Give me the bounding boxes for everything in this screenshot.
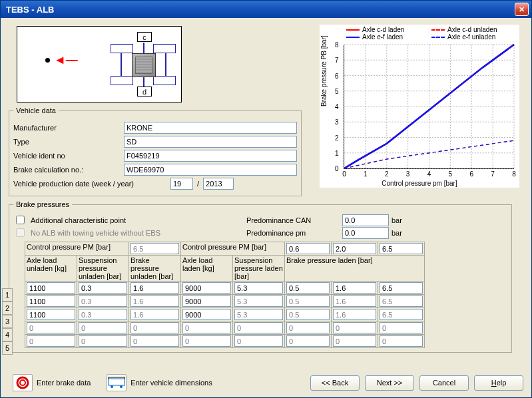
bp-cell-bu xyxy=(131,309,179,320)
th-bp-unladen: Brake pressure unladen [bar] xyxy=(129,256,181,282)
bp-cell-b3 xyxy=(380,322,423,333)
brake-pressures-group: Brake pressures Additional characteristi… xyxy=(9,200,512,353)
no-alb-label: No ALB with towing vehicle without EBS xyxy=(31,229,160,237)
bp-cell-b2 xyxy=(333,296,376,307)
svg-point-18 xyxy=(17,377,28,388)
ident-label: Vehicle ident no xyxy=(13,152,120,160)
vehicle-data-group: Vehicle data Manufacturer Type Vehicle i… xyxy=(9,106,302,196)
th-axle-unladen: Axle load unladen [kg] xyxy=(25,256,77,282)
bp-cell-sl xyxy=(234,335,283,347)
legend-ef-laden: Axle e-f laden xyxy=(362,33,403,41)
bp-cell-su xyxy=(79,335,127,347)
bp-cell-b1 xyxy=(286,309,330,320)
chart-series-icon xyxy=(344,45,514,168)
th-axle-laden: Axle load laden [kg] xyxy=(181,256,233,282)
chart-x-axis-label: Control pressure pm [bar] xyxy=(320,180,519,187)
enter-brake-data-button[interactable]: Enter brake data xyxy=(9,373,95,392)
bp-cell-au[interactable] xyxy=(27,309,75,320)
axle-box-icon xyxy=(153,44,176,53)
bp-cell-sl xyxy=(234,322,283,333)
brake-pressure-table: Control pressure PM [bar] Control pressu… xyxy=(25,242,425,348)
pred-pm-input[interactable] xyxy=(342,227,389,239)
bp-cell-b3[interactable] xyxy=(380,282,423,294)
bp-cell-al xyxy=(182,335,231,347)
legend-cd-laden: Axle c-d laden xyxy=(362,26,404,33)
type-input[interactable] xyxy=(124,136,297,148)
bp-cell-su xyxy=(79,309,127,320)
svg-point-21 xyxy=(111,385,113,388)
calc-label: Brake calculation no.: xyxy=(13,166,120,174)
bp-cell-bu xyxy=(131,322,179,333)
prod-date-label: Vehicle production date (week / year) xyxy=(13,180,166,188)
cancel-button[interactable]: Cancel xyxy=(419,375,469,391)
row-number: 3 xyxy=(2,315,13,328)
cp-left-input xyxy=(131,243,179,254)
pred-pm-unit: bar xyxy=(392,229,402,237)
bp-cell-al[interactable] xyxy=(182,282,231,294)
ident-input[interactable] xyxy=(124,150,297,162)
direction-arrow-icon: ◄— xyxy=(54,53,78,67)
bp-cell-b2[interactable] xyxy=(333,282,376,294)
bp-cell-bu[interactable] xyxy=(131,282,179,294)
wire-icon xyxy=(143,43,144,53)
calc-input[interactable] xyxy=(124,164,297,176)
cp-right-input-2[interactable] xyxy=(380,243,423,254)
bp-cell-au xyxy=(27,335,75,347)
back-button[interactable]: << Back xyxy=(310,375,360,391)
bp-cell-su[interactable] xyxy=(79,282,127,294)
ecu-icon xyxy=(132,53,156,77)
prod-year-input[interactable] xyxy=(203,178,234,190)
th-susp-unladen: Suspension pressure unladen [bar] xyxy=(77,256,129,282)
enter-dimensions-button[interactable]: Enter vehicle dimensions xyxy=(103,373,216,392)
bp-cell-au[interactable] xyxy=(27,282,75,294)
bp-cell-al[interactable] xyxy=(182,309,231,320)
bp-cell-b2 xyxy=(333,335,376,347)
table-row xyxy=(25,335,425,348)
th-bp-laden: Brake pressure laden [bar] xyxy=(285,256,425,282)
type-label: Type xyxy=(13,138,120,146)
axle-label-d: d xyxy=(137,87,152,97)
chart-y-axis-label: Brake pressure PB [bar] xyxy=(320,35,328,106)
axle-box-icon xyxy=(111,44,133,53)
date-separator: / xyxy=(197,180,199,188)
cp-right-input-1[interactable] xyxy=(333,243,376,254)
pred-can-input[interactable] xyxy=(342,214,389,226)
close-button[interactable]: ✕ xyxy=(515,3,529,16)
help-button[interactable]: Help xyxy=(474,375,523,391)
brake-pressures-legend: Brake pressures xyxy=(13,200,72,208)
bp-cell-sl[interactable] xyxy=(234,282,283,294)
tebs-alb-window: TEBS - ALB ✕ ◄— c d xyxy=(0,0,532,398)
manufacturer-label: Manufacturer xyxy=(13,124,120,132)
cp-right-input-0[interactable] xyxy=(286,243,330,254)
prod-week-input[interactable] xyxy=(170,178,193,190)
trailer-schematic: ◄— c d xyxy=(17,26,182,102)
row-number: 4 xyxy=(2,328,13,341)
bp-cell-b1 xyxy=(286,322,330,333)
bp-cell-al[interactable] xyxy=(182,296,231,307)
bp-cell-sl xyxy=(234,296,283,307)
row-number: 2 xyxy=(2,301,13,315)
bottom-toolbar: Enter brake data Enter vehicle dimension… xyxy=(9,373,523,392)
wire-icon xyxy=(143,77,144,87)
brake-icon xyxy=(13,374,33,391)
additional-point-label: Additional characteristic point xyxy=(31,216,126,224)
bp-cell-b3 xyxy=(380,296,423,307)
bp-cell-su xyxy=(79,296,127,307)
additional-point-checkbox[interactable] xyxy=(16,216,25,224)
bp-cell-au xyxy=(27,322,75,333)
bp-cell-b1[interactable] xyxy=(286,282,330,294)
dimensions-icon xyxy=(107,374,127,391)
pred-can-label: Predominance CAN xyxy=(246,216,340,224)
next-button[interactable]: Next >> xyxy=(365,375,414,391)
chart-plot-area: 001122334455667788 xyxy=(344,45,514,169)
manufacturer-input[interactable] xyxy=(124,122,297,134)
enter-dimensions-label: Enter vehicle dimensions xyxy=(131,379,212,387)
svg-rect-20 xyxy=(109,379,125,385)
bp-cell-b1 xyxy=(286,335,330,347)
table-row xyxy=(25,295,425,308)
brake-pressure-chart: Axle c-d laden Axle c-d unladen Axle e-f… xyxy=(320,25,519,188)
bp-cell-b3 xyxy=(380,335,423,347)
chart-legend: Axle c-d laden Axle c-d unladen Axle e-f… xyxy=(346,26,517,41)
bp-cell-au[interactable] xyxy=(27,296,75,307)
pred-can-unit: bar xyxy=(392,216,402,224)
